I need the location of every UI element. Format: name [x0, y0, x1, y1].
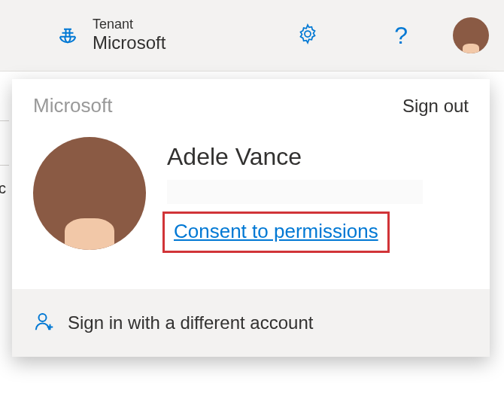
user-name: Adele Vance — [167, 143, 469, 171]
account-panel: Microsoft Sign out Adele Vance Consent t… — [12, 79, 490, 357]
help-icon[interactable]: ? — [394, 22, 408, 50]
left-edge-fragment: c — [0, 120, 9, 166]
switch-account-row[interactable]: Sign in with a different account — [12, 289, 490, 357]
profile-avatar — [33, 137, 146, 250]
consent-highlight: Consent to permissions — [162, 212, 390, 253]
tenant-label: Tenant — [93, 17, 165, 33]
user-email-redacted — [167, 180, 423, 204]
consent-permissions-link[interactable]: Consent to permissions — [174, 220, 378, 242]
signout-button[interactable]: Sign out — [402, 96, 469, 117]
svg-point-1 — [39, 314, 47, 321]
globe-icon — [56, 23, 79, 48]
switch-account-label[interactable]: Sign in with a different account — [68, 312, 313, 333]
tenant-block[interactable]: Tenant Microsoft — [56, 17, 165, 54]
top-bar: Tenant Microsoft ? — [0, 0, 504, 72]
svg-point-0 — [305, 31, 311, 37]
gear-icon[interactable] — [296, 23, 319, 48]
panel-org-label: Microsoft — [33, 94, 112, 117]
person-add-icon — [33, 310, 56, 336]
tenant-name: Microsoft — [93, 32, 165, 54]
avatar[interactable] — [453, 17, 489, 53]
